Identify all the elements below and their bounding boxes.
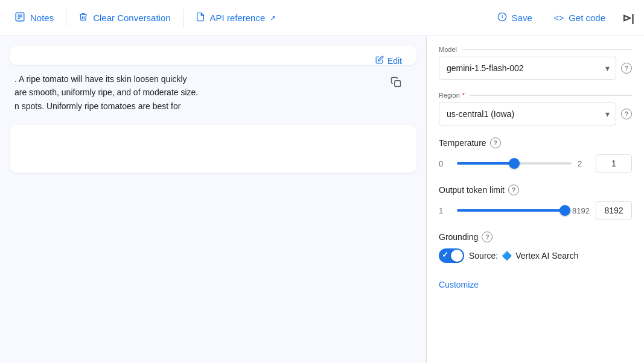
edit-label: Edit	[387, 56, 402, 66]
toolbar-right: Save <> Get code ⊳|	[488, 7, 639, 29]
source-label: Source:	[469, 251, 498, 260]
temperature-label-row: Temperature ?	[439, 137, 632, 148]
save-icon	[497, 12, 507, 24]
edit-button[interactable]: Edit	[371, 53, 407, 68]
chat-panel: Edit . A ripe tomato will have its skin …	[0, 36, 427, 363]
grounding-section: Grounding ? ✓ Source: 🔷 Vertex AI Search	[439, 232, 632, 263]
output-token-fill	[457, 209, 565, 212]
api-label: API reference	[210, 13, 266, 23]
notes-icon	[14, 11, 25, 24]
temperature-slider-container	[457, 157, 572, 169]
response-area: . A ripe tomato will have its skin loose…	[10, 72, 416, 113]
grounding-row: ✓ Source: 🔷 Vertex AI Search	[439, 248, 632, 263]
grounding-help-icon[interactable]: ?	[482, 232, 493, 242]
clear-conversation-button[interactable]: Clear Conversation	[69, 7, 180, 29]
region-help-icon[interactable]: ?	[621, 109, 632, 119]
vertex-icon: 🔷	[502, 251, 512, 260]
collapse-panel-button[interactable]: ⊳|	[617, 7, 639, 29]
output-token-slider-row: 1 8192	[439, 201, 632, 219]
toolbar: Notes Clear Conversation API reference ↗	[0, 0, 644, 36]
get-code-icon: <>	[554, 13, 564, 23]
user-message-bubble: Edit	[10, 46, 416, 65]
grounding-label-row: Grounding ?	[439, 232, 632, 242]
separator-2	[183, 9, 183, 27]
customize-button[interactable]: Customize	[439, 275, 479, 294]
svg-rect-5	[395, 80, 401, 86]
temperature-section: Temperature ? 0 2	[439, 137, 632, 172]
temperature-track	[457, 162, 572, 165]
output-token-track	[457, 209, 566, 212]
temperature-help-icon[interactable]: ?	[490, 137, 501, 148]
get-code-button[interactable]: <> Get code	[544, 8, 615, 28]
model-select-wrapper: gemini-1.5-flash-002gemini-1.5-pro-002ge…	[439, 57, 616, 80]
save-button[interactable]: Save	[488, 7, 542, 28]
output-token-min: 1	[439, 206, 451, 215]
output-token-slider-container	[457, 204, 566, 216]
output-token-label: Output token limit	[439, 185, 505, 195]
output-token-label-row: Output token limit ?	[439, 185, 632, 195]
main-content: Edit . A ripe tomato will have its skin …	[0, 36, 644, 363]
region-label: Region *	[439, 92, 632, 99]
api-icon	[196, 11, 205, 24]
region-select[interactable]: us-central1 (Iowa)us-east1europe-west1	[439, 103, 616, 125]
external-link-icon: ↗	[270, 14, 276, 22]
output-token-max: 8192	[572, 206, 590, 215]
toggle-thumb	[451, 250, 463, 262]
chat-area: Edit . A ripe tomato will have its skin …	[0, 36, 426, 363]
region-field-group: Region * us-central1 (Iowa)us-east1europ…	[439, 92, 632, 125]
temperature-input[interactable]	[596, 154, 632, 172]
input-box[interactable]	[10, 125, 416, 173]
model-field-group: Model gemini-1.5-flash-002gemini-1.5-pro…	[439, 46, 632, 80]
output-token-help-icon[interactable]: ?	[508, 185, 519, 195]
toggle-track: ✓	[439, 248, 464, 263]
settings-panel: Model gemini-1.5-flash-002gemini-1.5-pro…	[427, 36, 644, 363]
required-asterisk: *	[462, 92, 465, 99]
region-select-wrapper: us-central1 (Iowa)us-east1europe-west1 ▾	[439, 103, 616, 125]
copy-button[interactable]	[385, 72, 407, 94]
copy-icon	[391, 77, 401, 90]
clear-label: Clear Conversation	[93, 13, 170, 23]
grounding-source: Source: 🔷 Vertex AI Search	[469, 251, 579, 260]
get-code-label: Get code	[569, 13, 605, 23]
vertex-label: Vertex AI Search	[515, 251, 578, 260]
temperature-thumb[interactable]	[509, 158, 520, 169]
model-select[interactable]: gemini-1.5-flash-002gemini-1.5-pro-002ge…	[439, 57, 616, 79]
temperature-min: 0	[439, 159, 451, 168]
clear-icon	[78, 11, 88, 24]
collapse-icon: ⊳|	[622, 11, 634, 25]
notes-button[interactable]: Notes	[5, 7, 63, 29]
separator-1	[66, 9, 66, 27]
grounding-label: Grounding	[439, 232, 478, 242]
temperature-label: Temperature	[439, 138, 486, 148]
temperature-fill	[457, 162, 514, 165]
edit-icon	[375, 55, 384, 66]
model-label: Model	[439, 46, 632, 53]
output-token-section: Output token limit ? 1 8192	[439, 185, 632, 219]
grounding-toggle[interactable]: ✓	[439, 248, 464, 263]
output-token-thumb[interactable]	[560, 205, 570, 216]
temperature-max: 2	[578, 159, 590, 168]
model-help-icon[interactable]: ?	[621, 63, 632, 74]
toggle-checkmark: ✓	[442, 250, 448, 259]
api-reference-button[interactable]: API reference ↗	[186, 7, 286, 29]
temperature-slider-row: 0 2	[439, 154, 632, 172]
output-token-input[interactable]	[596, 201, 632, 219]
notes-label: Notes	[30, 13, 54, 23]
customize-section: Customize	[439, 275, 632, 294]
response-text: . A ripe tomato will have its skin loose…	[14, 72, 412, 113]
save-label: Save	[512, 13, 532, 23]
